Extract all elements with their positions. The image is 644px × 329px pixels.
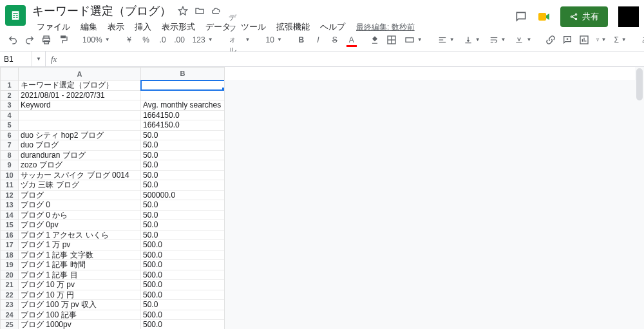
row-header[interactable]: 22 [1, 290, 19, 300]
insert-comment-icon[interactable] [560, 32, 575, 48]
row-header[interactable]: 17 [1, 240, 19, 250]
functions-button[interactable]: Σ▼ [610, 32, 630, 48]
spreadsheet-grid[interactable]: AB1キーワード選定（ブログ）22021/08/01 - 2022/07/313… [0, 67, 644, 329]
print-icon[interactable] [39, 32, 54, 48]
cell[interactable] [19, 110, 141, 120]
name-box-dropdown-icon[interactable]: ▼ [32, 52, 46, 66]
cell[interactable]: 50.0 [141, 210, 225, 220]
row-header[interactable]: 9 [1, 160, 19, 171]
cell[interactable]: 500.0 [141, 280, 225, 290]
cell[interactable]: 50.0 [141, 170, 225, 180]
cell[interactable] [141, 80, 225, 91]
cell[interactable]: ブログ 10 万 pv [19, 280, 141, 290]
cell[interactable]: 50.0 [141, 230, 225, 240]
insert-chart-icon[interactable] [576, 32, 592, 48]
cell[interactable]: キーワード選定（ブログ） [19, 80, 141, 91]
cell[interactable]: 500.0 [141, 270, 225, 280]
cell[interactable]: ヅカ 三昧 ブログ [19, 180, 141, 191]
cell[interactable]: ブログ 100 記事 [19, 310, 141, 320]
cell[interactable]: 2021/08/01 - 2022/07/31 [19, 90, 141, 100]
cell[interactable]: zozo ブログ [19, 160, 141, 171]
cell[interactable]: 50.0 [141, 150, 225, 160]
vertical-align-button[interactable]: ▼ [460, 32, 484, 48]
input-tools-button[interactable]: あ▼ [638, 32, 644, 48]
more-formats-dropdown[interactable]: 123▼ [189, 32, 217, 48]
name-box[interactable]: B1 [0, 52, 32, 66]
cell[interactable]: 500.0 [141, 320, 225, 330]
row-header[interactable]: 15 [1, 220, 19, 230]
bold-button[interactable]: B [294, 32, 309, 48]
star-icon[interactable] [178, 6, 188, 16]
filter-icon[interactable]: ▼ [593, 32, 609, 48]
cell[interactable]: 1664150.0 [141, 120, 225, 131]
cell[interactable]: 50.0 [141, 300, 225, 310]
account-avatar[interactable] [618, 6, 639, 27]
comment-history-icon[interactable] [514, 10, 528, 24]
cell[interactable]: ブログ 0 から [19, 210, 141, 220]
cloud-status-icon[interactable] [211, 6, 222, 16]
cell[interactable]: ブログ 100 万 pv 収入 [19, 300, 141, 310]
increase-decimal-button[interactable]: .00 [172, 32, 187, 48]
row-header[interactable]: 18 [1, 250, 19, 260]
cell[interactable] [19, 120, 141, 131]
row-header[interactable]: 8 [1, 150, 19, 160]
text-color-button[interactable]: A [344, 32, 359, 48]
cell[interactable]: ブログ 0 [19, 200, 141, 211]
cell[interactable]: 500.0 [141, 260, 225, 270]
formula-input[interactable] [62, 52, 644, 66]
row-header[interactable]: 2 [1, 90, 19, 100]
insert-link-icon[interactable] [543, 32, 558, 48]
meet-icon[interactable] [536, 8, 553, 25]
borders-button[interactable] [384, 32, 399, 48]
column-header[interactable]: A [19, 68, 141, 80]
cell[interactable]: ブログ 1 記事 文字数 [19, 250, 141, 260]
cell[interactable]: 50.0 [141, 160, 225, 171]
cell[interactable]: 50.0 [141, 130, 225, 140]
move-folder-icon[interactable] [194, 6, 205, 16]
cell[interactable]: duranduran ブログ [19, 150, 141, 160]
row-header[interactable]: 21 [1, 280, 19, 290]
cell[interactable]: 1664150.0 [141, 110, 225, 120]
cell[interactable]: duo シティ hop2 ブログ [19, 130, 141, 140]
row-header[interactable]: 14 [1, 210, 19, 220]
vertical-scrollbar[interactable] [635, 67, 644, 329]
select-all-corner[interactable] [1, 68, 19, 80]
cell[interactable]: ブログ [19, 190, 141, 200]
row-header[interactable]: 5 [1, 120, 19, 131]
row-header[interactable]: 24 [1, 310, 19, 320]
row-header[interactable]: 4 [1, 110, 19, 120]
cell[interactable]: サッカー スパイク ブログ 0014 [19, 170, 141, 180]
text-wrap-button[interactable]: ▼ [486, 32, 510, 48]
row-header[interactable]: 3 [1, 100, 19, 111]
row-header[interactable]: 23 [1, 300, 19, 310]
sheets-logo[interactable] [5, 5, 26, 26]
document-title[interactable]: キーワード選定（ブログ） [32, 3, 171, 19]
undo-icon[interactable] [5, 32, 21, 48]
cell[interactable]: ブログ 0pv [19, 220, 141, 230]
row-header[interactable]: 19 [1, 260, 19, 270]
cell[interactable]: 500.0 [141, 240, 225, 250]
cell[interactable]: 50.0 [141, 180, 225, 191]
cell[interactable]: ブログ 1000pv [19, 320, 141, 330]
cell[interactable]: ブログ 1 記事 目 [19, 270, 141, 280]
cell[interactable]: 50.0 [141, 200, 225, 211]
row-header[interactable]: 11 [1, 180, 19, 191]
cell[interactable]: Avg. monthly searches [141, 100, 225, 111]
cell[interactable]: ブログ 1 万 pv [19, 240, 141, 250]
row-header[interactable]: 6 [1, 130, 19, 140]
strikethrough-button[interactable]: S [327, 32, 343, 48]
share-button[interactable]: 共有 [560, 6, 608, 27]
cell[interactable]: 500.0 [141, 290, 225, 300]
row-header[interactable]: 12 [1, 190, 19, 200]
paint-format-icon[interactable] [55, 32, 71, 48]
cell[interactable] [141, 90, 225, 100]
row-header[interactable]: 1 [1, 80, 19, 91]
currency-format-button[interactable]: ¥ [122, 32, 137, 48]
cell[interactable]: 50.0 [141, 220, 225, 230]
cell[interactable]: Keyword [19, 100, 141, 111]
cell[interactable]: ブログ 1 記事 時間 [19, 260, 141, 270]
redo-icon[interactable] [22, 32, 37, 48]
cell[interactable]: 50.0 [141, 140, 225, 151]
cell[interactable]: ブログ 10 万 円 [19, 290, 141, 300]
decrease-decimal-button[interactable]: .0 [155, 32, 171, 48]
